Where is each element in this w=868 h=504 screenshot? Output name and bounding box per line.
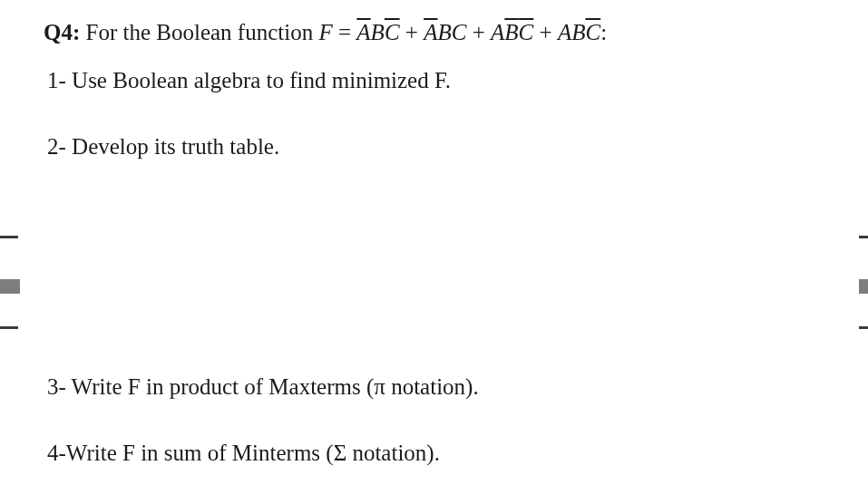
term4-b: B <box>571 20 585 44</box>
term1-c: C <box>385 20 400 44</box>
edge-artifact-left-bot <box>0 326 18 329</box>
term4-a: A <box>558 20 571 44</box>
term3-c: C <box>519 20 534 44</box>
plus-2: + <box>466 20 491 44</box>
question-prefix: For the Boolean function <box>86 20 319 44</box>
term1-a: A <box>356 20 370 44</box>
plus-3: + <box>533 20 558 44</box>
subpart-3: 3- Write F in product of Maxterms (π not… <box>47 371 832 402</box>
term2-c: C <box>452 20 467 44</box>
edge-artifact-left-mid <box>0 279 20 294</box>
equals-sign: = <box>333 20 357 44</box>
term2-a: A <box>424 20 437 44</box>
document-content: Q4: For the Boolean function F = ABC + A… <box>0 0 868 469</box>
term2-b: B <box>437 20 451 44</box>
subpart-2: 2- Develop its truth table. <box>47 131 832 162</box>
term3-b: B <box>504 20 518 44</box>
edge-artifact-left-top <box>0 236 18 238</box>
plus-1: + <box>400 20 424 44</box>
edge-artifact-right-top <box>859 236 868 238</box>
subpart-4: 4-Write F in sum of Minterms (Σ notation… <box>47 437 832 469</box>
edge-artifact-right-bot <box>859 326 868 329</box>
term1-b: B <box>371 20 385 44</box>
edge-artifact-right-mid <box>859 279 868 294</box>
func-var: F <box>318 20 332 44</box>
question-header: Q4: For the Boolean function F = ABC + A… <box>44 16 832 48</box>
colon: : <box>600 20 607 44</box>
term3-a: A <box>491 20 504 44</box>
question-label: Q4: <box>44 20 80 44</box>
subpart-1: 1- Use Boolean algebra to find minimized… <box>47 64 832 96</box>
term4-c: C <box>585 20 600 44</box>
